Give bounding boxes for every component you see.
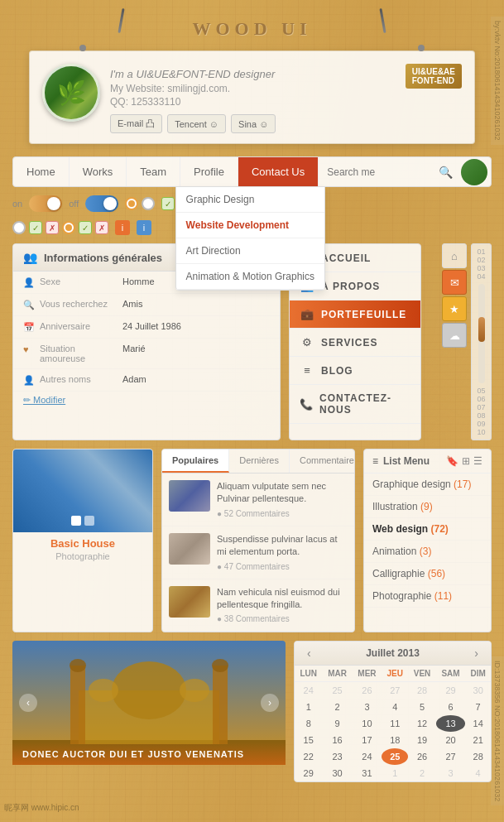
cal-cell-3-5[interactable]: 20	[436, 732, 466, 748]
cal-cell-2-6[interactable]: 14	[465, 715, 491, 732]
cal-cell-4-5[interactable]: 27	[436, 748, 466, 765]
cal-cell-1-0[interactable]: 1	[295, 699, 322, 715]
gallery-dot-2[interactable]	[84, 516, 94, 526]
cal-cell-3-3[interactable]: 18	[382, 732, 408, 748]
cal-cell-3-4[interactable]: 19	[408, 732, 435, 748]
cal-cell-0-6[interactable]: 30	[465, 682, 491, 699]
tab-dernieres[interactable]: Dernières	[229, 449, 290, 473]
cal-cell-4-1[interactable]: 23	[322, 748, 352, 765]
cal-cell-4-0[interactable]: 22	[295, 748, 322, 765]
list-item-2[interactable]: Illustration (9)	[364, 496, 491, 518]
sina-button[interactable]: Sina ☺	[231, 114, 276, 133]
tab-populaires[interactable]: Populaires	[162, 449, 229, 473]
cal-cell-3-0[interactable]: 15	[295, 732, 322, 748]
list-item-4[interactable]: Animation (3)	[364, 541, 491, 563]
cal-cell-5-0[interactable]: 29	[295, 765, 322, 781]
nav-menu-blog[interactable]: ≡ BLOG	[290, 357, 420, 385]
search-input[interactable]	[327, 166, 439, 178]
cal-cell-3-1[interactable]: 16	[322, 732, 352, 748]
cal-cell-3-6[interactable]: 21	[465, 732, 491, 748]
gallery-dot-1[interactable]	[71, 516, 81, 526]
cal-next[interactable]: ›	[470, 647, 482, 660]
btn-info-blue[interactable]: i	[137, 220, 151, 235]
cal-cell-4-4[interactable]: 26	[408, 748, 435, 765]
toggle-1[interactable]	[29, 195, 62, 212]
modifier-button[interactable]: ✏ Modifier	[13, 392, 280, 412]
nav-contact[interactable]: Contact Us	[238, 157, 319, 186]
cal-cell-5-5[interactable]: 3	[436, 765, 466, 781]
icon-envelope[interactable]: ✉	[442, 270, 467, 295]
cal-cell-1-3[interactable]: 4	[382, 699, 408, 715]
nav-menu-portfolio[interactable]: 💼 PORTEFEUILLE	[290, 300, 420, 329]
list-item-6[interactable]: Photographie (11)	[364, 585, 491, 608]
nav-team[interactable]: Team	[127, 157, 180, 186]
nav-works[interactable]: Works	[70, 157, 127, 186]
list-item-1[interactable]: Graphique design (17)	[364, 473, 491, 496]
icon-cloud[interactable]: ☁	[442, 323, 467, 348]
cal-cell-2-1[interactable]: 9	[322, 715, 352, 732]
search-icon[interactable]: 🔍	[439, 166, 453, 179]
cal-cell-0-1[interactable]: 25	[322, 682, 352, 699]
cal-cell-0-2[interactable]: 26	[353, 682, 382, 699]
nav-menu-contact[interactable]: 📞 CONTACTEZ-NOUS	[290, 385, 420, 424]
list-item-5[interactable]: Calligraphie (56)	[364, 563, 491, 585]
cal-cell-2-3[interactable]: 11	[382, 715, 408, 732]
scrollbar-thumb[interactable]	[478, 317, 485, 342]
cal-cell-5-3[interactable]: 1	[382, 765, 408, 781]
cal-cell-1-2[interactable]: 3	[353, 699, 382, 715]
check-b[interactable]: ✗	[46, 221, 59, 234]
check-c[interactable]: ✓	[79, 221, 92, 234]
icon-home-sm[interactable]: ⌂	[442, 243, 467, 268]
cal-cell-1-1[interactable]: 2	[322, 699, 352, 715]
tab-commentaires[interactable]: Commentaires	[290, 449, 355, 473]
big-image-next[interactable]: ›	[261, 694, 279, 712]
cal-cell-0-0[interactable]: 24	[295, 682, 322, 699]
cal-cell-1-5[interactable]: 6	[436, 699, 466, 715]
cal-cell-4-6[interactable]: 28	[465, 748, 491, 765]
nav-dropdown: Graphic Design Website Development Art D…	[175, 186, 325, 291]
icon-star[interactable]: ★	[442, 296, 467, 321]
cal-cell-5-4[interactable]: 2	[408, 765, 435, 781]
check-a[interactable]: ✓	[29, 221, 42, 234]
cal-cell-0-3[interactable]: 27	[382, 682, 408, 699]
dropdown-item-1[interactable]: Graphic Design	[176, 187, 324, 213]
email-button[interactable]: E-mail 凸	[110, 114, 162, 133]
cal-cell-0-5[interactable]: 29	[436, 682, 466, 699]
cal-cell-5-1[interactable]: 30	[322, 765, 352, 781]
scroll-num-3: 03	[477, 264, 485, 272]
nav-home[interactable]: Home	[13, 157, 70, 186]
dropdown-item-4[interactable]: Animation & Motion Graphics	[176, 264, 324, 290]
radio-1[interactable]	[125, 197, 138, 210]
big-image-prev[interactable]: ‹	[19, 694, 37, 712]
radio-4[interactable]	[62, 221, 75, 234]
cal-cell-2-0[interactable]: 8	[295, 715, 322, 732]
cal-cell-5-6[interactable]: 4	[465, 765, 491, 781]
grid-icon[interactable]: ⊞	[462, 455, 470, 467]
dropdown-item-3[interactable]: Art Direction	[176, 238, 324, 264]
cal-cell-4-2[interactable]: 24	[353, 748, 382, 765]
cal-cell-4-3[interactable]: 25	[382, 748, 408, 765]
cal-cell-5-2[interactable]: 31	[353, 765, 382, 781]
cal-prev[interactable]: ‹	[303, 647, 315, 660]
cal-cell-1-6[interactable]: 7	[465, 699, 491, 715]
cal-cell-2-4[interactable]: 12	[408, 715, 435, 732]
cal-cell-3-2[interactable]: 17	[353, 732, 382, 748]
bookmark-icon[interactable]: 🔖	[446, 455, 458, 467]
dropdown-item-2[interactable]: Website Development	[176, 213, 324, 238]
scrollbar-track[interactable]	[478, 284, 485, 383]
toggle-2[interactable]	[85, 195, 118, 212]
nav-menu-services[interactable]: ⚙ SERVICES	[290, 329, 420, 357]
cal-cell-2-5[interactable]: 13	[436, 715, 466, 732]
list-icon[interactable]: ☰	[473, 455, 482, 467]
cal-cell-1-4[interactable]: 5	[408, 699, 435, 715]
nav-profile[interactable]: Profile	[180, 157, 238, 186]
cal-cell-2-2[interactable]: 10	[353, 715, 382, 732]
btn-info[interactable]: i	[115, 220, 130, 235]
radio-3[interactable]	[12, 221, 26, 234]
list-item-3[interactable]: Web design (72)	[364, 518, 491, 541]
tencent-button[interactable]: Tencent ☺	[167, 114, 226, 133]
cal-cell-0-4[interactable]: 28	[408, 682, 435, 699]
radio-2[interactable]	[142, 197, 155, 210]
check-d[interactable]: ✗	[95, 221, 108, 234]
checkbox-1[interactable]: ✓	[161, 197, 175, 210]
